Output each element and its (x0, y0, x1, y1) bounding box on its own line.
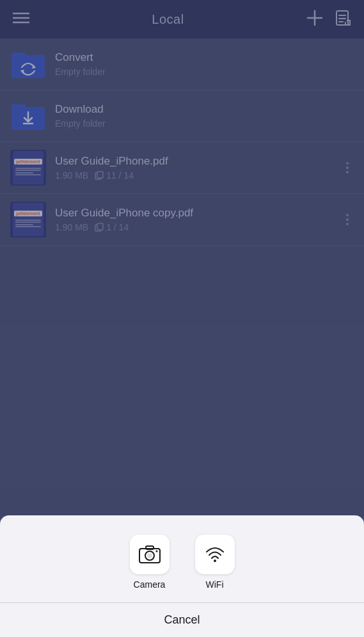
file-info: User Guide_iPhone copy.pdf 1.90 MB 1 / 1… (55, 207, 341, 232)
header: Local (0, 0, 364, 38)
folder-download-icon (10, 98, 46, 134)
file-sub: Empty folder (55, 118, 354, 129)
file-name: User Guide_iPhone copy.pdf (55, 207, 341, 220)
header-actions (306, 10, 351, 29)
file-list: Convert Empty folder Download (0, 38, 364, 246)
svg-rect-26 (146, 546, 154, 549)
plus-icon[interactable] (306, 10, 323, 29)
folder-icon (10, 46, 46, 82)
pages-info: 11 / 14 (95, 170, 134, 181)
bottom-sheet-options: Camera WiFi (0, 515, 364, 602)
more-options-button[interactable] (341, 159, 354, 176)
file-info: Download Empty folder (55, 103, 354, 129)
more-options-button[interactable] (341, 211, 354, 228)
list-item[interactable]: Convert Empty folder (0, 38, 364, 90)
note-icon[interactable] (335, 10, 351, 29)
list-item[interactable]: Download Empty folder (0, 90, 364, 142)
cancel-button[interactable]: Cancel (0, 602, 364, 637)
list-item[interactable]: pdfelement User Guide_iPhone.pdf 1.90 MB (0, 142, 364, 194)
list-item[interactable]: pdfelement User Guide_iPhone copy.pdf 1.… (0, 194, 364, 246)
file-name: Download (55, 103, 354, 116)
camera-option[interactable]: Camera (130, 535, 170, 590)
svg-point-28 (214, 560, 216, 562)
svg-point-27 (155, 551, 157, 552)
wifi-icon-box (195, 535, 235, 574)
file-info: Convert Empty folder (55, 51, 354, 77)
svg-point-25 (147, 553, 152, 558)
cancel-label: Cancel (164, 613, 200, 626)
file-sub: Empty folder (55, 67, 354, 77)
svg-rect-22 (97, 223, 103, 230)
file-name: User Guide_iPhone.pdf (55, 155, 341, 168)
bottom-sheet: Camera WiFi Cancel (0, 515, 364, 637)
wifi-option[interactable]: WiFi (195, 535, 235, 590)
file-sub: 1.90 MB 1 / 14 (55, 222, 341, 232)
page-title: Local (152, 12, 184, 27)
camera-label: Camera (134, 579, 166, 590)
pages-info: 1 / 14 (95, 222, 129, 232)
file-sub: 1.90 MB 11 / 14 (55, 170, 341, 181)
pdf-thumbnail: pdfelement (10, 150, 46, 186)
file-name: Convert (55, 51, 354, 64)
svg-rect-20 (97, 172, 103, 178)
file-info: User Guide_iPhone.pdf 1.90 MB 11 / 14 (55, 155, 341, 181)
camera-icon-box (130, 535, 170, 574)
wifi-label: WiFi (206, 579, 224, 590)
hamburger-icon[interactable] (13, 12, 29, 27)
pdf-thumbnail: pdfelement (10, 202, 46, 238)
